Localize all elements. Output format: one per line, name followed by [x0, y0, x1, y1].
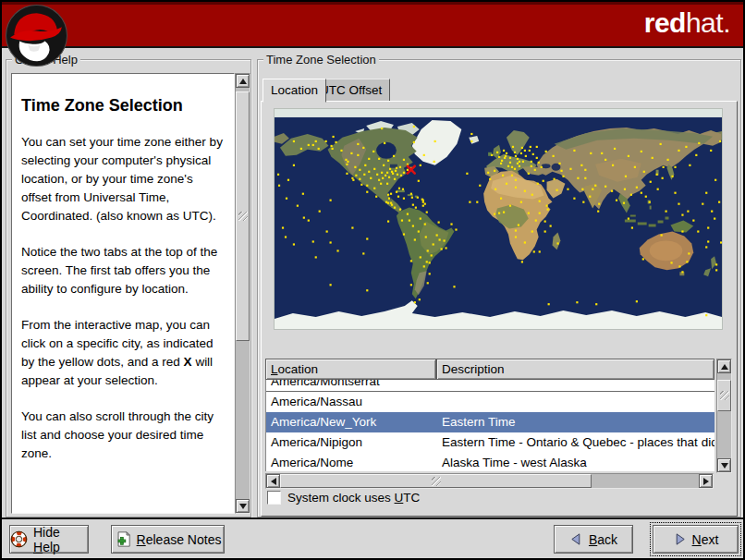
list-scroll-up-button[interactable]: [717, 359, 731, 373]
help-paragraph-3: From the interactive map, you can click …: [21, 316, 226, 390]
table-row[interactable]: America/NomeAlaska Time - west Alaska: [266, 453, 714, 471]
release-notes-button[interactable]: Release Notes: [111, 525, 225, 554]
utc-checkbox-row: System clock uses UTC: [267, 491, 420, 505]
location-header-rest: ocation: [278, 362, 319, 376]
world-map[interactable]: [274, 108, 723, 330]
left-arrow-icon: [271, 478, 276, 485]
list-vertical-thumb[interactable]: [717, 380, 731, 411]
list-vertical-scrollbar[interactable]: [716, 359, 732, 473]
tab-location[interactable]: Location: [263, 79, 326, 103]
help-text-area: Time Zone Selection You can set your tim…: [11, 73, 235, 514]
brand-hat: hat: [686, 7, 723, 38]
down-arrow-icon: [721, 463, 728, 469]
redhat-wordmark: redhat.: [644, 7, 730, 39]
brand-red: red: [644, 7, 686, 38]
world-map-image: [275, 109, 722, 329]
hide-help-button[interactable]: Hide Help: [9, 525, 89, 554]
next-button[interactable]: Next: [653, 525, 739, 554]
system-clock-utc-checkbox[interactable]: [267, 491, 281, 505]
list-scroll-left-button[interactable]: [266, 474, 280, 488]
table-header-row: Location Description: [265, 359, 714, 380]
table-row[interactable]: America/Nassau: [266, 392, 714, 412]
installer-window: redhat. Online Help Time Zone Selection …: [2, 2, 743, 558]
help-title: Time Zone Selection: [21, 96, 226, 116]
timezone-frame: Time Zone Selection Location UTC Offset: [257, 59, 741, 517]
banner: redhat.: [2, 2, 743, 48]
column-header-description[interactable]: Description: [436, 359, 714, 380]
location-tab-page: Location Description America/Montserrat …: [261, 101, 738, 517]
up-arrow-icon: [721, 364, 728, 370]
utc-checkbox-label: System clock uses UTC: [287, 491, 420, 505]
back-arrow-icon: [569, 532, 583, 546]
column-header-location[interactable]: Location: [265, 359, 436, 380]
help-paragraph-1: You can set your time zone either by sel…: [21, 133, 226, 225]
up-arrow-icon: [239, 79, 247, 84]
help-scrollbar-thumb[interactable]: [236, 91, 250, 341]
help-paragraph-2: Notice the two tabs at the top of the sc…: [21, 243, 226, 298]
footer-separator: [2, 517, 743, 519]
list-scroll-right-button[interactable]: [699, 474, 713, 488]
hide-help-label: Hide Help: [33, 525, 88, 554]
location-header-mnemonic: L: [271, 362, 278, 376]
next-label: Next: [692, 532, 719, 547]
help-paragraph-3-bold-x: X: [184, 355, 192, 369]
right-arrow-icon: [703, 478, 709, 485]
back-label: Back: [589, 532, 617, 547]
timezone-frame-label: Time Zone Selection: [263, 53, 379, 67]
down-arrow-icon: [239, 504, 247, 509]
back-button[interactable]: Back: [554, 525, 633, 554]
release-notes-icon: [115, 530, 131, 548]
list-horizontal-thumb[interactable]: [280, 474, 592, 488]
next-arrow-icon: [673, 532, 687, 546]
table-row[interactable]: America/New_YorkEastern Time: [266, 412, 714, 432]
release-notes-label: Release Notes: [137, 532, 222, 547]
table-row[interactable]: America/NipigonEastern Time - Ontario & …: [266, 432, 714, 453]
timezone-list: America/Montserrat America/Nassau Americ…: [265, 380, 714, 471]
life-preserver-icon: [10, 530, 28, 548]
online-help-frame: Online Help Time Zone Selection You can …: [6, 59, 251, 517]
brand-period: .: [723, 7, 730, 38]
help-scroll-down-button[interactable]: [236, 499, 250, 513]
help-scrollbar[interactable]: [235, 73, 250, 514]
list-scroll-down-button[interactable]: [717, 458, 731, 472]
help-scroll-up-button[interactable]: [236, 74, 250, 88]
list-horizontal-scrollbar[interactable]: [265, 473, 714, 489]
redhat-shadowman-logo-icon: [5, 4, 68, 67]
help-paragraph-4: You can also scroll through the city lis…: [21, 408, 226, 463]
table-row[interactable]: America/Montserrat: [266, 380, 714, 392]
